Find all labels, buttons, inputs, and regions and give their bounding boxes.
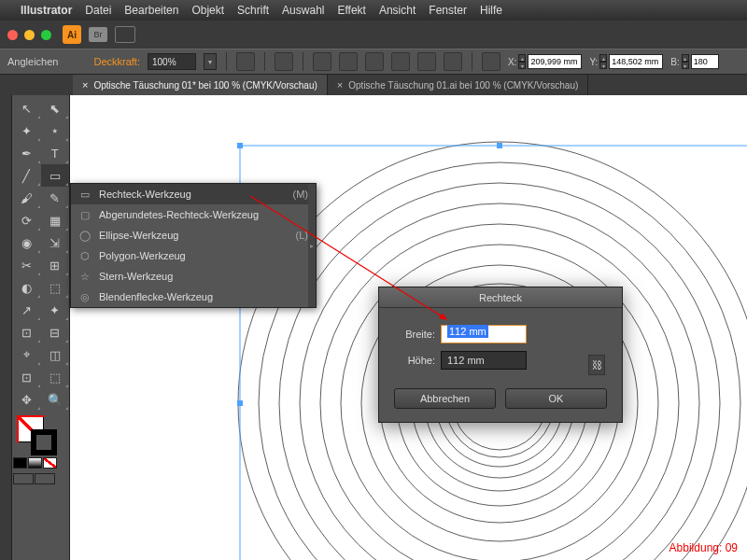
tool[interactable]: ⭑ [41, 119, 70, 142]
tool[interactable]: ▭ [41, 164, 70, 187]
align-vcenter-icon[interactable] [417, 52, 436, 71]
width-input[interactable]: 112 mm [441, 325, 527, 343]
y-input[interactable] [609, 54, 663, 69]
screen-mode-icon[interactable] [35, 473, 55, 484]
tool[interactable]: ⊡ [12, 366, 41, 388]
menu-item[interactable]: Hilfe [480, 4, 502, 17]
tool[interactable]: ⊡ [12, 321, 41, 343]
cancel-button[interactable]: Abbrechen [394, 388, 496, 409]
fill-stroke-indicator[interactable] [12, 414, 69, 455]
tool[interactable]: ⟳ [12, 209, 41, 231]
tool[interactable]: ⊟ [41, 321, 70, 343]
close-tab-icon[interactable]: × [337, 79, 343, 91]
tool[interactable]: ╱ [12, 164, 41, 187]
flyout-item[interactable]: ⬡Polygon-Werkzeug [71, 245, 316, 266]
height-input[interactable] [441, 351, 527, 370]
shape-icon: ⬡ [78, 250, 92, 262]
menu-item[interactable]: Ansicht [379, 4, 416, 17]
bridge-icon[interactable]: Br [89, 27, 107, 42]
tool[interactable]: ↖ [12, 97, 41, 119]
menu-item[interactable]: Objekt [191, 4, 224, 17]
tool[interactable]: ↗ [12, 299, 41, 321]
stroke-swatch[interactable] [31, 429, 57, 455]
rectangle-dialog: Rechteck Breite: 112 mm Höhe: ⛓ Abbreche… [378, 287, 623, 423]
close-icon[interactable] [7, 30, 18, 40]
close-tab-icon[interactable]: × [82, 79, 88, 91]
tool[interactable]: ✎ [41, 187, 70, 209]
tool[interactable]: ⬉ [41, 97, 70, 119]
flyout-item[interactable]: ◯Ellipse-Werkzeug(L) [71, 225, 316, 245]
options-bar: Angleichen Deckkraft: ▾ X: ▴▾ Y: ▴▾ B: ▴… [0, 49, 747, 75]
shape-icon: ▭ [78, 189, 92, 201]
menu-app[interactable]: Illustrator [21, 4, 72, 17]
menu-item[interactable]: Schrift [237, 4, 269, 17]
opacity-dropdown[interactable]: ▾ [204, 53, 217, 70]
tool[interactable]: ◉ [12, 231, 41, 254]
screen-mode-row [12, 473, 69, 486]
width-label: Breite: [394, 329, 435, 340]
svg-rect-15 [497, 143, 502, 148]
tool[interactable]: ✥ [12, 388, 41, 411]
tool[interactable]: ✦ [41, 299, 70, 321]
flyout-item[interactable]: ▭Rechteck-Werkzeug(M) [71, 184, 316, 204]
tab-label: Optische Täuschung 01* bei 100 % (CMYK/V… [93, 80, 317, 91]
flyout-label: Rechteck-Werkzeug [99, 189, 286, 200]
height-label: Höhe: [394, 355, 435, 366]
panel-strip [0, 95, 12, 560]
tool[interactable]: ⌖ [12, 343, 41, 366]
tool[interactable]: ⊞ [41, 254, 70, 276]
tool[interactable]: T [41, 142, 70, 164]
tool[interactable]: ⇲ [41, 231, 70, 254]
minimize-icon[interactable] [24, 30, 35, 40]
tool[interactable]: 🔍 [41, 388, 70, 411]
flyout-label: Polygon-Werkzeug [99, 250, 301, 261]
tool[interactable]: ◫ [41, 343, 70, 366]
tearoff-handle[interactable]: ▸ [308, 184, 316, 307]
x-input[interactable] [528, 54, 582, 69]
shape-icon: ☆ [78, 271, 92, 283]
tab-inactive[interactable]: × Optische Täuschung 01.ai bei 100 % (CM… [328, 75, 589, 95]
align-bottom-icon[interactable] [444, 52, 462, 71]
tool[interactable]: ⬚ [41, 366, 70, 388]
swatch-none[interactable] [43, 457, 57, 469]
flyout-shortcut: (M) [293, 189, 309, 200]
tool[interactable]: 🖌 [12, 187, 41, 209]
flyout-item[interactable]: ☆Stern-Werkzeug [71, 266, 316, 287]
tool[interactable]: ✦ [12, 119, 41, 142]
align-left-icon[interactable] [313, 52, 331, 71]
tool[interactable]: ✂ [12, 254, 41, 276]
arrange-documents-icon[interactable] [115, 26, 135, 43]
ok-button[interactable]: OK [505, 388, 607, 409]
menu-item[interactable]: Effekt [337, 4, 365, 17]
figure-caption: Abbildung: 09 [669, 541, 738, 554]
maximize-icon[interactable] [41, 30, 51, 40]
tab-active[interactable]: × Optische Täuschung 01* bei 100 % (CMYK… [73, 75, 328, 95]
shape-icon: ◎ [78, 291, 92, 303]
tab-label: Optische Täuschung 01.ai bei 100 % (CMYK… [348, 80, 578, 91]
style-icon[interactable] [236, 52, 255, 71]
opacity-input[interactable] [148, 53, 196, 70]
tool[interactable]: ◐ [12, 276, 41, 299]
tool[interactable]: ⬚ [41, 276, 70, 299]
align-top-icon[interactable] [391, 52, 410, 71]
toolbox: ↖⬉✦⭑✒T╱▭🖌✎⟳▦◉⇲✂⊞◐⬚↗✦⊡⊟⌖◫⊡⬚✥🔍 [12, 95, 70, 560]
recolor-icon[interactable] [275, 52, 293, 71]
align-hcenter-icon[interactable] [339, 52, 358, 71]
flyout-item[interactable]: ▢Abgerundetes-Rechteck-Werkzeug [71, 204, 316, 225]
menu-item[interactable]: Bearbeiten [124, 4, 178, 17]
menu-item[interactable]: Auswahl [282, 4, 324, 17]
swatch[interactable] [13, 457, 27, 469]
window-titlebar: Ai Br [0, 21, 747, 49]
swatch[interactable] [28, 457, 42, 469]
b-input[interactable] [691, 54, 719, 69]
color-mode-row [12, 457, 69, 470]
menu-item[interactable]: Datei [85, 4, 111, 17]
transform-icon[interactable] [482, 52, 500, 71]
menu-item[interactable]: Fenster [429, 4, 467, 17]
tool[interactable]: ▦ [41, 209, 70, 231]
tool[interactable]: ✒ [12, 142, 41, 164]
flyout-item[interactable]: ◎Blendenflecke-Werkzeug [71, 287, 316, 307]
link-icon[interactable]: ⛓ [588, 355, 605, 375]
align-right-icon[interactable] [365, 52, 384, 71]
screen-mode-icon[interactable] [13, 473, 34, 484]
